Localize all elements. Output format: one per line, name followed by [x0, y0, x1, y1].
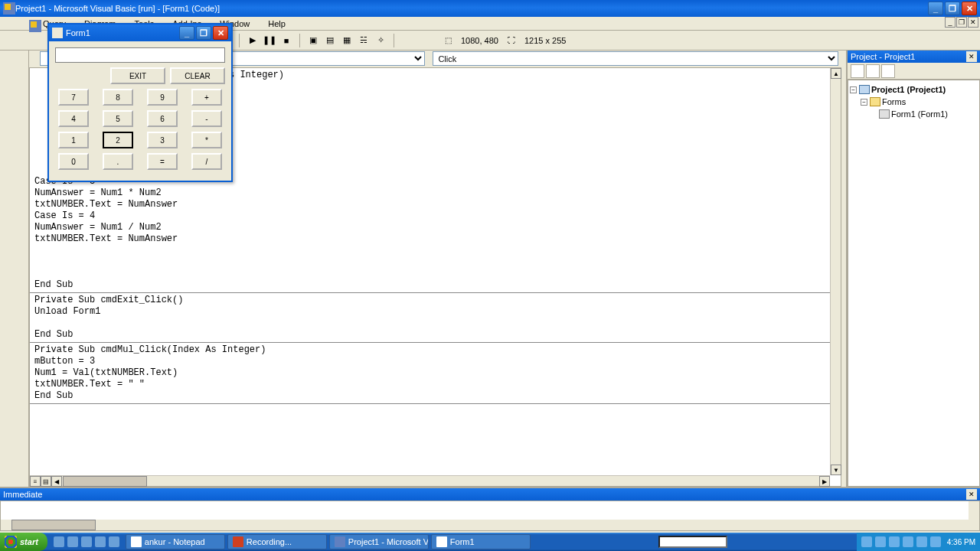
calc-9-button[interactable]: 9 [147, 89, 178, 106]
system-tray: 4:36 PM [857, 533, 980, 551]
object-browser-button[interactable]: ☵ [356, 33, 371, 48]
tray-icon-4[interactable] [903, 536, 913, 547]
code-block-2: Private Sub cmdExit_Click() Unload Form1… [30, 293, 830, 342]
task-notepad[interactable]: ankur - Notepad [126, 534, 225, 549]
calc-clear-button[interactable]: CLEAR [170, 67, 225, 84]
form1-window: Form1 _ ❐ ✕ EXIT CLEAR 7 8 9 + 4 5 6 - 1… [47, 23, 233, 182]
calc-1-button[interactable]: 1 [58, 132, 89, 148]
view-code-button[interactable] [851, 64, 864, 78]
calc-divide-button[interactable]: / [191, 153, 222, 170]
ql-icon-5[interactable] [109, 536, 119, 547]
quick-launch [54, 536, 119, 547]
form1-title-text: Form1 [66, 28, 90, 37]
control-position: 1080, 480 [461, 36, 498, 45]
immediate-hscroll-thumb[interactable] [11, 520, 96, 530]
task-vb[interactable]: Project1 - Microsoft V... [329, 534, 429, 549]
ql-icon-2[interactable] [67, 536, 78, 547]
form1-minimize-button[interactable]: _ [179, 26, 194, 40]
start-button[interactable]: start [0, 533, 47, 551]
minimize-button[interactable]: _ [928, 2, 943, 15]
pause-button[interactable]: ❚❚ [262, 33, 277, 48]
scroll-left-icon[interactable]: ◀ [51, 476, 62, 487]
code-block-3: Private Sub cmdMul_Click(Index As Intege… [30, 343, 830, 403]
calc-4-button[interactable]: 4 [58, 110, 89, 127]
stop-button[interactable]: ■ [279, 33, 294, 48]
form1-close-button[interactable]: ✕ [213, 26, 228, 40]
scroll-up-icon[interactable]: ▲ [831, 68, 841, 79]
control-size: 1215 x 255 [524, 36, 566, 45]
toolbox-button[interactable]: ✧ [373, 33, 388, 48]
calc-5-button[interactable]: 5 [103, 110, 133, 127]
proc-view-button[interactable]: ≡ [30, 476, 41, 487]
menu-help[interactable]: Help [268, 19, 295, 28]
project-panel-close-button[interactable]: ✕ [966, 51, 977, 62]
mdi-restore-button[interactable]: ❐ [956, 17, 967, 28]
full-view-button[interactable]: ▤ [41, 476, 51, 487]
app-titlebar: Project1 - Microsoft Visual Basic [run] … [0, 0, 980, 17]
language-bar-input[interactable] [658, 536, 727, 548]
tray-icon-3[interactable] [889, 536, 900, 547]
tree-folder-forms[interactable]: − Forms [850, 96, 978, 108]
scroll-right-icon[interactable]: ▶ [819, 476, 830, 487]
scroll-down-icon[interactable]: ▼ [831, 465, 841, 475]
ql-icon-3[interactable] [81, 536, 92, 547]
form1-maximize-button[interactable]: ❐ [196, 26, 211, 40]
immediate-vscroll[interactable] [969, 501, 979, 530]
vb-icon [3, 2, 15, 15]
calc-multiply-button[interactable]: * [191, 132, 222, 148]
ql-icon-4[interactable] [95, 536, 106, 547]
app-title: Project1 - Microsoft Visual Basic [run] … [15, 4, 220, 13]
immediate-title: Immediate [3, 490, 42, 499]
mdi-icon [29, 20, 41, 32]
immediate-window: Immediate ✕ [0, 487, 980, 533]
code-block-1: Case Is = 3 NumAnswer = Num1 * Num2 txtN… [30, 174, 830, 292]
ql-icon-1[interactable] [54, 536, 64, 547]
procedure-dropdown[interactable]: Click [433, 51, 838, 66]
toolbox-strip [0, 51, 29, 487]
project-explorer: Project - Project1 ✕ − Project1 (Project… [846, 51, 980, 487]
calc-3-button[interactable]: 3 [147, 132, 178, 148]
hscroll-thumb[interactable] [63, 476, 147, 487]
code-vscrollbar[interactable]: ▲ ▼ [830, 68, 841, 475]
calc-display-input[interactable] [55, 47, 225, 63]
calc-equals-button[interactable]: = [147, 153, 178, 170]
calc-8-button[interactable]: 8 [103, 89, 133, 106]
size-icon: ⛶ [508, 36, 515, 44]
view-object-button[interactable] [866, 64, 880, 78]
calc-7-button[interactable]: 7 [58, 89, 89, 106]
calc-2-button[interactable]: 2 [103, 132, 133, 148]
calc-6-button[interactable]: 6 [147, 110, 178, 127]
tree-project[interactable]: − Project1 (Project1) [850, 83, 978, 96]
tray-icon-6[interactable] [930, 536, 941, 547]
restore-button[interactable]: ❐ [945, 2, 960, 15]
calc-dot-button[interactable]: . [103, 153, 133, 170]
mdi-close-button[interactable]: ✕ [968, 17, 978, 28]
clock[interactable]: 4:36 PM [947, 538, 975, 546]
tray-icon-2[interactable] [875, 536, 886, 547]
form-icon [52, 28, 63, 38]
calc-plus-button[interactable]: + [191, 89, 222, 106]
mdi-minimize-button[interactable]: _ [945, 17, 956, 28]
tray-icon-1[interactable] [861, 536, 872, 547]
taskbar: start ankur - Notepad Recording... Proje… [0, 533, 980, 551]
toggle-folders-button[interactable] [881, 64, 895, 78]
calc-exit-button[interactable]: EXIT [110, 67, 165, 84]
form-layout-button[interactable]: ▦ [339, 33, 354, 48]
project-panel-title: Project - Project1 [851, 52, 915, 61]
immediate-close-button[interactable]: ✕ [966, 489, 977, 500]
project-tree[interactable]: − Project1 (Project1) − Forms Form1 (For… [848, 80, 980, 487]
position-icon: ⬚ [445, 36, 452, 44]
task-form1[interactable]: Form1 [431, 534, 531, 549]
calc-0-button[interactable]: 0 [58, 153, 89, 170]
tray-icon-5[interactable] [916, 536, 927, 547]
close-button[interactable]: ✕ [962, 2, 977, 15]
form1-titlebar[interactable]: Form1 _ ❐ ✕ [49, 24, 231, 41]
project-explorer-button[interactable]: ▣ [305, 33, 321, 48]
immediate-body[interactable] [0, 500, 980, 531]
task-recording[interactable]: Recording... [227, 534, 327, 549]
calc-minus-button[interactable]: - [191, 110, 222, 127]
properties-button[interactable]: ▤ [322, 33, 338, 48]
run-button[interactable]: ▶ [245, 33, 260, 48]
tree-form1[interactable]: Form1 (Form1) [850, 108, 978, 120]
